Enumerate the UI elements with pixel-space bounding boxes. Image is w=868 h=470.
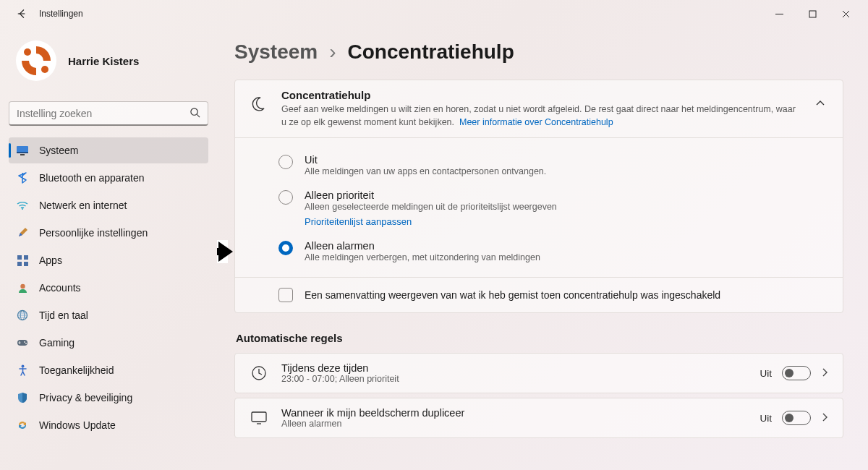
accessibility-icon xyxy=(16,364,29,377)
titlebar: Instellingen xyxy=(0,0,868,27)
minimize-button[interactable] xyxy=(762,2,796,25)
svg-rect-21 xyxy=(252,412,266,422)
sidebar: Harrie Kisters Systeem Bluetooth en appa… xyxy=(0,27,217,470)
brush-icon xyxy=(16,226,29,239)
svg-rect-12 xyxy=(24,262,28,266)
sidebar-item-gaming[interactable]: Gaming xyxy=(9,330,208,356)
radio-button[interactable] xyxy=(278,155,293,169)
sidebar-item-label: Toegankelijkheid xyxy=(39,364,114,376)
radio-description: Alleen geselecteerde meldingen uit de pr… xyxy=(305,202,557,212)
avatar xyxy=(16,40,56,81)
radio-group: Uit Alle meldingen van uw apps en contac… xyxy=(235,137,843,277)
rule-subtitle: Alleen alarmen xyxy=(281,419,464,429)
chevron-up-icon[interactable] xyxy=(815,98,830,109)
search-icon xyxy=(190,107,200,120)
svg-point-19 xyxy=(21,365,24,368)
sidebar-item-toegankelijkheid[interactable]: Toegankelijkheid xyxy=(9,357,208,383)
radio-button[interactable] xyxy=(278,241,293,255)
svg-point-8 xyxy=(22,208,23,210)
svg-point-13 xyxy=(20,283,25,288)
rule-row-times[interactable]: Tijdens deze tijden 23:00 - 07:00; Allee… xyxy=(234,353,843,393)
svg-point-2 xyxy=(24,48,31,56)
clock-icon xyxy=(250,364,268,383)
display-icon xyxy=(16,144,29,157)
toggle[interactable] xyxy=(782,366,811,380)
checkbox-label: Een samenvatting weergeven van wat ik he… xyxy=(305,289,720,301)
svg-rect-0 xyxy=(809,11,816,17)
main-content: Systeem › Concentratiehulp Concentratieh… xyxy=(217,27,868,470)
toggle[interactable] xyxy=(782,411,811,425)
wifi-icon xyxy=(16,199,29,212)
sidebar-item-accounts[interactable]: Accounts xyxy=(9,275,208,301)
display-icon xyxy=(250,409,268,427)
svg-rect-11 xyxy=(17,262,22,266)
priority-list-link[interactable]: Prioriteitenlijst aanpassen xyxy=(305,216,557,227)
breadcrumb: Systeem › Concentratiehulp xyxy=(234,40,843,64)
account-icon xyxy=(16,281,29,294)
sidebar-item-label: Windows Update xyxy=(39,419,116,431)
globe-icon xyxy=(16,309,29,322)
radio-item-alarmen[interactable]: Alleen alarmen Alle meldingen verbergen,… xyxy=(235,234,843,270)
sidebar-item-update[interactable]: Windows Update xyxy=(9,412,208,438)
sidebar-item-label: Privacy & beveiliging xyxy=(39,392,132,403)
section-title: Automatische regels xyxy=(236,332,843,344)
sidebar-item-label: Systeem xyxy=(39,145,78,156)
sidebar-item-systeem[interactable]: Systeem xyxy=(9,137,208,163)
chevron-right-icon: › xyxy=(329,40,336,64)
learn-more-link[interactable]: Meer informatie over Concentratiehulp xyxy=(459,117,613,127)
svg-rect-6 xyxy=(17,152,28,153)
rule-row-duplicate-display[interactable]: Wanneer ik mijn beeldscherm dupliceer Al… xyxy=(234,398,843,438)
rule-subtitle: 23:00 - 07:00; Alleen prioriteit xyxy=(281,374,399,384)
nav: Systeem Bluetooth en apparaten Netwerk e… xyxy=(9,137,208,438)
user-name: Harrie Kisters xyxy=(68,55,139,67)
radio-item-prioriteit[interactable]: Alleen prioriteit Alleen geselecteerde m… xyxy=(235,184,843,234)
rule-title: Tijdens deze tijden xyxy=(281,362,399,374)
chevron-right-icon[interactable] xyxy=(821,367,828,380)
sidebar-item-label: Persoonlijke instellingen xyxy=(39,227,148,239)
shield-icon xyxy=(16,391,29,404)
radio-label: Alleen alarmen xyxy=(305,240,540,252)
toggle-state: Uit xyxy=(760,413,773,424)
breadcrumb-parent[interactable]: Systeem xyxy=(234,40,318,64)
bluetooth-icon xyxy=(16,171,29,184)
sidebar-item-bluetooth[interactable]: Bluetooth en apparaten xyxy=(9,165,208,191)
sidebar-item-label: Apps xyxy=(39,255,62,266)
callout-arrow-icon xyxy=(217,240,228,263)
search-input[interactable] xyxy=(17,108,190,119)
svg-point-17 xyxy=(24,341,25,343)
gaming-icon xyxy=(16,336,29,349)
sidebar-item-label: Tijd en taal xyxy=(39,309,88,321)
search-input-wrapper[interactable] xyxy=(9,101,208,126)
rule-title: Wanneer ik mijn beeldscherm dupliceer xyxy=(281,407,464,419)
moon-icon xyxy=(248,93,268,114)
app-title: Instellingen xyxy=(39,9,83,19)
focus-assist-panel: Concentratiehulp Geef aan welke meldinge… xyxy=(234,80,843,313)
svg-point-4 xyxy=(191,108,197,114)
user-block[interactable]: Harrie Kisters xyxy=(9,27,208,98)
summary-checkbox-row[interactable]: Een samenvatting weergeven van wat ik he… xyxy=(235,277,843,312)
svg-point-3 xyxy=(41,66,48,73)
page-title: Concentratiehulp xyxy=(348,40,514,64)
chevron-right-icon[interactable] xyxy=(821,412,828,424)
sidebar-item-privacy[interactable]: Privacy & beveiliging xyxy=(9,385,208,411)
sidebar-item-netwerk[interactable]: Netwerk en internet xyxy=(9,192,208,218)
sidebar-item-persoonlijke[interactable]: Persoonlijke instellingen xyxy=(9,220,208,246)
toggle-state: Uit xyxy=(760,368,773,379)
sidebar-item-label: Netwerk en internet xyxy=(39,200,127,211)
update-icon xyxy=(16,419,29,432)
checkbox[interactable] xyxy=(278,288,293,302)
panel-header[interactable]: Concentratiehulp Geef aan welke meldinge… xyxy=(235,80,843,137)
radio-description: Alle meldingen verbergen, met uitzonderi… xyxy=(305,252,540,262)
panel-description: Geef aan welke meldingen u wilt zien en … xyxy=(281,103,802,129)
sidebar-item-label: Accounts xyxy=(39,282,81,294)
radio-button[interactable] xyxy=(278,190,293,205)
radio-item-uit[interactable]: Uit Alle meldingen van uw apps en contac… xyxy=(235,148,843,184)
sidebar-item-apps[interactable]: Apps xyxy=(9,247,208,273)
maximize-button[interactable] xyxy=(796,2,829,25)
back-button[interactable] xyxy=(13,5,30,22)
svg-rect-10 xyxy=(24,255,28,260)
apps-icon xyxy=(16,254,29,267)
sidebar-item-tijd[interactable]: Tijd en taal xyxy=(9,302,208,328)
close-button[interactable] xyxy=(829,2,862,25)
svg-rect-9 xyxy=(17,255,22,260)
